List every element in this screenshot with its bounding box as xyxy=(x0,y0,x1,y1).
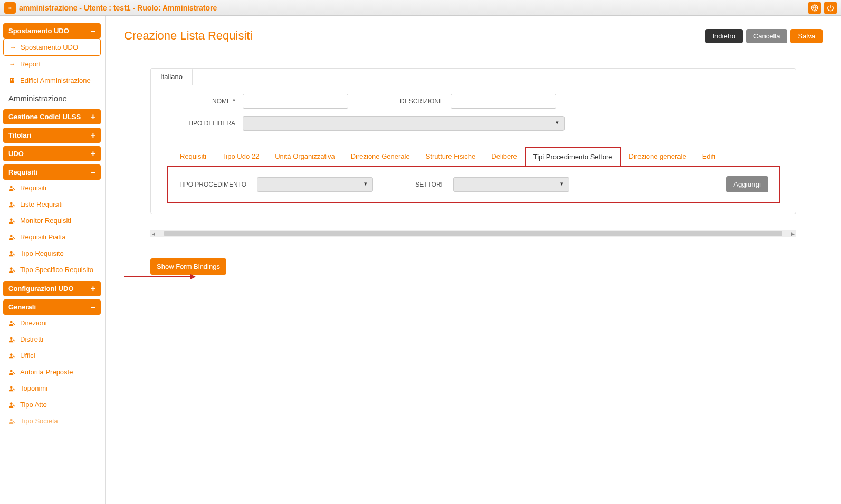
back-button[interactable]: Indietro xyxy=(705,29,743,43)
aggiungi-button[interactable]: Aggiungi xyxy=(726,176,768,192)
tab-edifi[interactable]: Edifi xyxy=(694,147,723,166)
tabs: Requisiti Tipo Udo 22 Unità Organizzativ… xyxy=(167,147,780,167)
nav-edifici[interactable]: Edifici Amministrazione xyxy=(3,72,101,89)
svg-point-8 xyxy=(10,218,13,221)
save-button[interactable]: Salva xyxy=(790,29,823,43)
svg-rect-1 xyxy=(10,78,14,83)
nome-input[interactable] xyxy=(243,94,348,109)
user-edit-icon xyxy=(8,217,16,225)
tab-delibere[interactable]: Delibere xyxy=(483,147,524,166)
svg-rect-4 xyxy=(11,80,12,81)
arrow-right-icon: → xyxy=(9,43,16,51)
svg-rect-2 xyxy=(11,79,12,80)
scroll-left-icon[interactable]: ◄ xyxy=(150,231,157,237)
app-title: amministrazione - Utente : test1 - Ruolo… xyxy=(19,4,217,12)
tab-direzione-generale[interactable]: Direzione Generale xyxy=(343,147,418,166)
user-edit-icon xyxy=(8,385,16,392)
nav-toponimi[interactable]: Toponimi xyxy=(3,380,101,396)
svg-point-14 xyxy=(10,353,13,356)
tipo-delibera-label: TIPO DELIBERA xyxy=(167,120,235,127)
nav-tipo-specifico-requisito[interactable]: Tipo Specifico Requisito xyxy=(3,261,101,278)
nav-requisiti-piatta[interactable]: Requisiti Piatta xyxy=(3,229,101,245)
scrollbar-track[interactable] xyxy=(164,231,782,236)
nav-liste-requisiti[interactable]: Liste Requisiti xyxy=(3,196,101,212)
plus-icon: + xyxy=(91,114,95,120)
arrow-indicator xyxy=(124,276,195,277)
descrizione-input[interactable] xyxy=(451,94,556,109)
tipo-delibera-select[interactable] xyxy=(243,116,565,131)
sidebar: Spostamento UDO – → Spostamento UDO → Re… xyxy=(0,16,106,504)
section-spostamento-udo[interactable]: Spostamento UDO – xyxy=(3,23,101,38)
svg-point-9 xyxy=(10,235,13,237)
page-title: Creazione Lista Requisiti xyxy=(124,29,252,43)
horizontal-scrollbar[interactable]: ◄ ► xyxy=(150,230,796,237)
svg-point-12 xyxy=(10,321,13,323)
tab-tipo-udo-22[interactable]: Tipo Udo 22 xyxy=(214,147,267,166)
descrizione-label: DESCRIZIONE xyxy=(390,98,443,105)
minus-icon: – xyxy=(91,304,95,311)
nav-distretti[interactable]: Distretti xyxy=(3,331,101,347)
nav-spostamento-udo[interactable]: → Spostamento UDO xyxy=(3,38,101,56)
svg-rect-3 xyxy=(13,79,14,80)
collapse-sidebar-button[interactable]: « xyxy=(4,2,16,14)
tab-content: TIPO PROCEDIMENTO SETTORI Aggiungi xyxy=(167,166,780,203)
user-edit-icon xyxy=(8,201,16,208)
user-edit-icon xyxy=(8,185,16,192)
section-titolari[interactable]: Titolari + xyxy=(3,128,101,143)
section-udo[interactable]: UDO + xyxy=(3,146,101,161)
nome-label: NOME * xyxy=(167,98,235,105)
nav-report[interactable]: → Report xyxy=(3,56,101,72)
plus-icon: + xyxy=(91,132,95,139)
section-requisiti[interactable]: Requisiti – xyxy=(3,164,101,180)
tab-strutture-fisiche[interactable]: Strutture Fisiche xyxy=(418,147,484,166)
user-edit-icon xyxy=(8,369,16,376)
settori-select[interactable] xyxy=(453,177,569,192)
nav-monitor-requisiti[interactable]: Monitor Requisiti xyxy=(3,212,101,229)
user-edit-icon xyxy=(8,401,16,409)
tipo-procedimento-label: TIPO PROCEDIMENTO xyxy=(178,181,246,188)
nav-requisiti[interactable]: Requisiti xyxy=(3,180,101,196)
section-title: Gestione Codici ULSS xyxy=(8,113,81,121)
tab-unita-organizzativa[interactable]: Unità Organizzativa xyxy=(267,147,342,166)
minus-icon: – xyxy=(91,28,95,34)
svg-point-11 xyxy=(10,267,13,270)
svg-rect-5 xyxy=(13,80,14,81)
tab-direzione-generale-2[interactable]: Direzione generale xyxy=(621,147,694,166)
nav-tipo-atto[interactable]: Tipo Atto xyxy=(3,396,101,413)
svg-point-15 xyxy=(10,370,13,372)
main-content: Creazione Lista Requisiti Indietro Cance… xyxy=(106,16,841,504)
scroll-right-icon[interactable]: ► xyxy=(790,231,796,237)
section-config-udo[interactable]: Configurazioni UDO + xyxy=(3,281,101,296)
section-title: UDO xyxy=(8,150,24,158)
nav-autorita-preposte[interactable]: Autorita Preposte xyxy=(3,364,101,380)
arrow-right-icon: → xyxy=(8,60,16,68)
nav-direzioni[interactable]: Direzioni xyxy=(3,315,101,331)
svg-point-13 xyxy=(10,337,13,340)
nav-tipo-requisito[interactable]: Tipo Requisito xyxy=(3,245,101,261)
tab-requisiti[interactable]: Requisiti xyxy=(172,147,214,166)
power-icon[interactable] xyxy=(824,2,837,14)
minus-icon: – xyxy=(91,169,95,176)
cancel-button[interactable]: Cancella xyxy=(746,29,788,43)
settori-label: SETTORI xyxy=(415,181,443,188)
globe-icon[interactable] xyxy=(808,2,821,14)
show-form-bindings-button[interactable]: Show Form Bindings xyxy=(150,258,226,275)
user-edit-icon xyxy=(8,234,16,241)
form-card: Italiano NOME * DESCRIZIONE xyxy=(150,68,796,214)
svg-point-17 xyxy=(10,402,13,405)
plus-icon: + xyxy=(91,151,95,157)
top-bar: « amministrazione - Utente : test1 - Ruo… xyxy=(0,0,841,16)
section-gestione-codici[interactable]: Gestione Codici ULSS + xyxy=(3,109,101,124)
tab-tipi-procedimento-settore[interactable]: Tipi Procedimento Settore xyxy=(525,147,621,166)
nav-uffici[interactable]: Uffici xyxy=(3,347,101,364)
section-title: Configurazioni UDO xyxy=(8,285,74,293)
tipo-procedimento-select[interactable] xyxy=(257,177,373,192)
section-title: Requisiti xyxy=(8,168,37,176)
language-tab[interactable]: Italiano xyxy=(150,68,193,85)
section-generali[interactable]: Generali – xyxy=(3,299,101,315)
plus-icon: + xyxy=(91,286,95,292)
section-title: Titolari xyxy=(8,131,31,139)
svg-point-10 xyxy=(10,251,13,254)
nav-tipo-societa[interactable]: Tipo Societa xyxy=(3,413,101,429)
section-title: Spostamento UDO xyxy=(8,27,69,35)
